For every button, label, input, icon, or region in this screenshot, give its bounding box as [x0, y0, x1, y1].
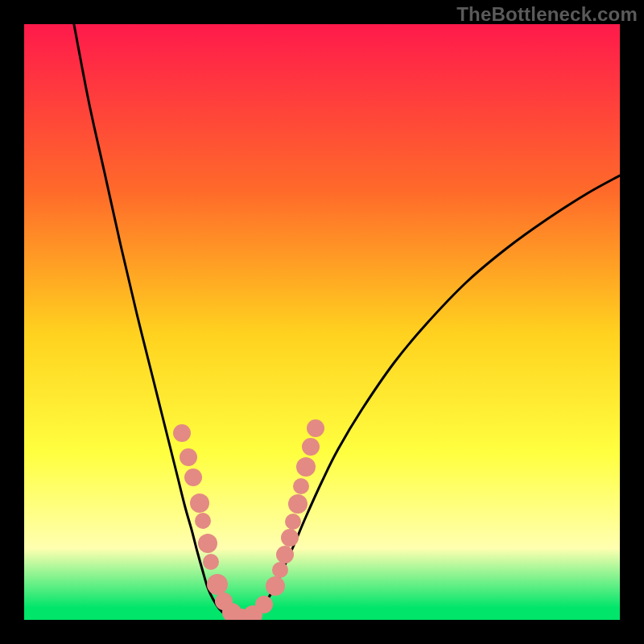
data-marker — [302, 438, 320, 456]
chart-svg — [24, 24, 620, 620]
plot-area — [24, 24, 620, 620]
data-marker — [173, 424, 191, 442]
data-marker — [207, 574, 228, 595]
watermark-text: TheBottleneck.com — [456, 3, 638, 26]
data-marker — [288, 494, 308, 514]
data-marker — [190, 493, 209, 513]
data-marker — [272, 562, 288, 578]
data-marker — [285, 514, 301, 530]
data-marker — [266, 576, 285, 596]
gradient-background — [24, 24, 620, 620]
data-marker — [198, 534, 217, 553]
data-marker — [195, 513, 211, 529]
data-marker — [307, 419, 324, 437]
chart-frame: TheBottleneck.com — [0, 0, 644, 644]
data-marker — [203, 554, 219, 570]
data-marker — [281, 529, 299, 547]
data-marker — [276, 546, 294, 564]
data-marker — [255, 596, 273, 613]
data-marker — [296, 457, 316, 477]
data-marker — [293, 478, 309, 494]
data-marker — [184, 469, 202, 486]
data-marker — [180, 448, 197, 466]
